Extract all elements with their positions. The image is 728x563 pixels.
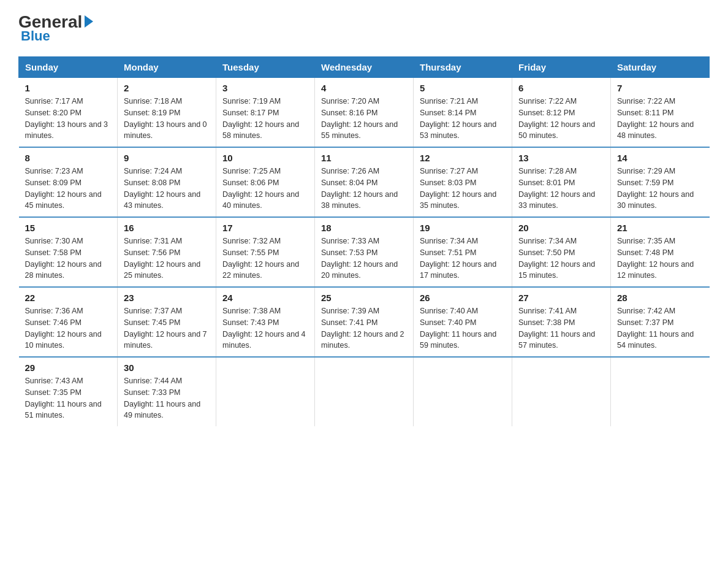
calendar-cell <box>611 357 710 426</box>
day-number: 18 <box>321 223 407 233</box>
calendar-cell: 4Sunrise: 7:20 AMSunset: 8:16 PMDaylight… <box>315 78 414 148</box>
column-header-tuesday: Tuesday <box>216 57 315 78</box>
day-number: 23 <box>124 293 210 303</box>
calendar-cell: 2Sunrise: 7:18 AMSunset: 8:19 PMDaylight… <box>118 78 216 148</box>
day-number: 7 <box>617 83 703 93</box>
column-header-sunday: Sunday <box>19 57 118 78</box>
day-number: 5 <box>420 83 506 93</box>
calendar-cell: 30Sunrise: 7:44 AMSunset: 7:33 PMDayligh… <box>118 357 216 426</box>
calendar-cell: 17Sunrise: 7:32 AMSunset: 7:55 PMDayligh… <box>216 217 315 287</box>
day-number: 30 <box>124 362 210 373</box>
day-info: Sunrise: 7:17 AMSunset: 8:20 PMDaylight:… <box>25 96 112 142</box>
day-number: 4 <box>321 83 407 93</box>
day-info: Sunrise: 7:22 AMSunset: 8:11 PMDaylight:… <box>617 96 703 142</box>
day-info: Sunrise: 7:34 AMSunset: 7:50 PMDaylight:… <box>518 236 604 282</box>
column-header-thursday: Thursday <box>414 57 512 78</box>
day-info: Sunrise: 7:26 AMSunset: 8:04 PMDaylight:… <box>321 166 407 212</box>
day-info: Sunrise: 7:38 AMSunset: 7:43 PMDaylight:… <box>222 305 308 351</box>
day-number: 12 <box>420 153 506 163</box>
day-number: 29 <box>25 362 112 373</box>
day-number: 1 <box>25 83 112 93</box>
day-info: Sunrise: 7:34 AMSunset: 7:51 PMDaylight:… <box>420 236 506 282</box>
calendar-cell: 28Sunrise: 7:42 AMSunset: 7:37 PMDayligh… <box>611 287 710 357</box>
day-info: Sunrise: 7:44 AMSunset: 7:33 PMDaylight:… <box>124 375 210 421</box>
day-number: 9 <box>124 153 210 163</box>
day-number: 2 <box>124 83 210 93</box>
day-info: Sunrise: 7:40 AMSunset: 7:40 PMDaylight:… <box>420 305 506 351</box>
calendar-cell <box>216 357 315 426</box>
day-number: 11 <box>321 153 407 163</box>
calendar-cell: 25Sunrise: 7:39 AMSunset: 7:41 PMDayligh… <box>315 287 414 357</box>
calendar-week-4: 22Sunrise: 7:36 AMSunset: 7:46 PMDayligh… <box>19 287 710 357</box>
day-info: Sunrise: 7:35 AMSunset: 7:48 PMDaylight:… <box>617 236 703 282</box>
day-number: 19 <box>420 223 506 233</box>
calendar-cell: 22Sunrise: 7:36 AMSunset: 7:46 PMDayligh… <box>19 287 118 357</box>
day-number: 13 <box>518 153 604 163</box>
calendar-cell: 15Sunrise: 7:30 AMSunset: 7:58 PMDayligh… <box>19 217 118 287</box>
day-info: Sunrise: 7:27 AMSunset: 8:03 PMDaylight:… <box>420 166 506 212</box>
day-number: 17 <box>222 223 308 233</box>
day-info: Sunrise: 7:32 AMSunset: 7:55 PMDaylight:… <box>222 236 308 282</box>
calendar-week-2: 8Sunrise: 7:23 AMSunset: 8:09 PMDaylight… <box>19 147 710 217</box>
page-header: General Blue <box>18 12 710 44</box>
day-number: 16 <box>124 223 210 233</box>
day-number: 25 <box>321 293 407 303</box>
calendar-cell: 5Sunrise: 7:21 AMSunset: 8:14 PMDaylight… <box>414 78 512 148</box>
calendar-week-5: 29Sunrise: 7:43 AMSunset: 7:35 PMDayligh… <box>19 357 710 426</box>
day-number: 10 <box>222 153 308 163</box>
logo: General Blue <box>18 12 93 44</box>
calendar-table: SundayMondayTuesdayWednesdayThursdayFrid… <box>18 56 710 426</box>
logo-triangle-icon <box>85 15 93 28</box>
calendar-cell <box>512 357 611 426</box>
day-number: 24 <box>222 293 308 303</box>
calendar-cell: 24Sunrise: 7:38 AMSunset: 7:43 PMDayligh… <box>216 287 315 357</box>
day-number: 3 <box>222 83 308 93</box>
calendar-cell: 7Sunrise: 7:22 AMSunset: 8:11 PMDaylight… <box>611 78 710 148</box>
day-info: Sunrise: 7:29 AMSunset: 7:59 PMDaylight:… <box>617 166 703 212</box>
calendar-cell: 6Sunrise: 7:22 AMSunset: 8:12 PMDaylight… <box>512 78 611 148</box>
day-number: 14 <box>617 153 703 163</box>
day-info: Sunrise: 7:21 AMSunset: 8:14 PMDaylight:… <box>420 96 506 142</box>
calendar-cell: 23Sunrise: 7:37 AMSunset: 7:45 PMDayligh… <box>118 287 216 357</box>
day-number: 6 <box>518 83 604 93</box>
day-info: Sunrise: 7:18 AMSunset: 8:19 PMDaylight:… <box>124 96 210 142</box>
day-info: Sunrise: 7:28 AMSunset: 8:01 PMDaylight:… <box>518 166 604 212</box>
day-number: 8 <box>25 153 112 163</box>
calendar-cell <box>315 357 414 426</box>
calendar-cell: 9Sunrise: 7:24 AMSunset: 8:08 PMDaylight… <box>118 147 216 217</box>
day-number: 28 <box>617 293 703 303</box>
calendar-cell: 1Sunrise: 7:17 AMSunset: 8:20 PMDaylight… <box>19 78 118 148</box>
calendar-cell: 19Sunrise: 7:34 AMSunset: 7:51 PMDayligh… <box>414 217 512 287</box>
day-info: Sunrise: 7:31 AMSunset: 7:56 PMDaylight:… <box>124 236 210 282</box>
day-info: Sunrise: 7:23 AMSunset: 8:09 PMDaylight:… <box>25 166 112 212</box>
calendar-cell: 29Sunrise: 7:43 AMSunset: 7:35 PMDayligh… <box>19 357 118 426</box>
day-info: Sunrise: 7:36 AMSunset: 7:46 PMDaylight:… <box>25 305 112 351</box>
calendar-cell: 10Sunrise: 7:25 AMSunset: 8:06 PMDayligh… <box>216 147 315 217</box>
calendar-cell: 13Sunrise: 7:28 AMSunset: 8:01 PMDayligh… <box>512 147 611 217</box>
calendar-cell: 16Sunrise: 7:31 AMSunset: 7:56 PMDayligh… <box>118 217 216 287</box>
day-info: Sunrise: 7:42 AMSunset: 7:37 PMDaylight:… <box>617 305 703 351</box>
day-info: Sunrise: 7:33 AMSunset: 7:53 PMDaylight:… <box>321 236 407 282</box>
day-info: Sunrise: 7:20 AMSunset: 8:16 PMDaylight:… <box>321 96 407 142</box>
day-number: 22 <box>25 293 112 303</box>
calendar-cell: 21Sunrise: 7:35 AMSunset: 7:48 PMDayligh… <box>611 217 710 287</box>
calendar-cell: 18Sunrise: 7:33 AMSunset: 7:53 PMDayligh… <box>315 217 414 287</box>
calendar-cell: 12Sunrise: 7:27 AMSunset: 8:03 PMDayligh… <box>414 147 512 217</box>
day-number: 27 <box>518 293 604 303</box>
day-number: 20 <box>518 223 604 233</box>
day-info: Sunrise: 7:37 AMSunset: 7:45 PMDaylight:… <box>124 305 210 351</box>
calendar-cell: 14Sunrise: 7:29 AMSunset: 7:59 PMDayligh… <box>611 147 710 217</box>
column-header-wednesday: Wednesday <box>315 57 414 78</box>
calendar-week-1: 1Sunrise: 7:17 AMSunset: 8:20 PMDaylight… <box>19 78 710 148</box>
calendar-cell: 3Sunrise: 7:19 AMSunset: 8:17 PMDaylight… <box>216 78 315 148</box>
column-header-saturday: Saturday <box>611 57 710 78</box>
calendar-cell: 8Sunrise: 7:23 AMSunset: 8:09 PMDaylight… <box>19 147 118 217</box>
column-header-monday: Monday <box>118 57 216 78</box>
calendar-cell: 26Sunrise: 7:40 AMSunset: 7:40 PMDayligh… <box>414 287 512 357</box>
day-number: 26 <box>420 293 506 303</box>
calendar-header-row: SundayMondayTuesdayWednesdayThursdayFrid… <box>19 57 710 78</box>
calendar-cell: 11Sunrise: 7:26 AMSunset: 8:04 PMDayligh… <box>315 147 414 217</box>
day-info: Sunrise: 7:25 AMSunset: 8:06 PMDaylight:… <box>222 166 308 212</box>
day-info: Sunrise: 7:30 AMSunset: 7:58 PMDaylight:… <box>25 236 112 282</box>
day-info: Sunrise: 7:22 AMSunset: 8:12 PMDaylight:… <box>518 96 604 142</box>
